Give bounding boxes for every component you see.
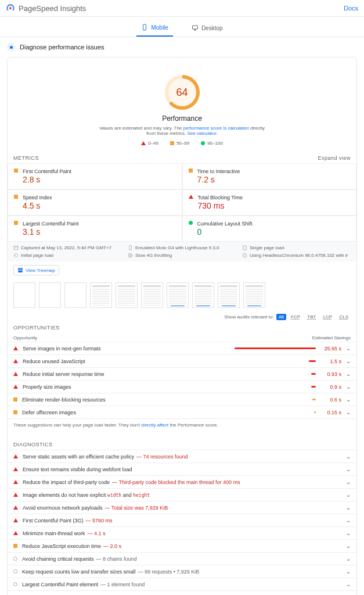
- mobile-icon: [141, 24, 148, 31]
- diagnostic-detail: — 8 chains found: [96, 556, 136, 562]
- network-icon: [128, 253, 133, 258]
- tab-desktop-label: Desktop: [201, 25, 223, 31]
- opportunity-row[interactable]: Reduce initial server response time0.93 …: [8, 367, 356, 380]
- triangle-red-icon: [13, 467, 18, 471]
- chevron-down-icon: ⌄: [346, 453, 351, 460]
- diagnostic-row[interactable]: Largest Contentful Paint element — 1 ele…: [8, 578, 356, 590]
- diagnostic-row[interactable]: Keep request counts low and transfer siz…: [8, 565, 356, 578]
- metric-value: 3.1 s: [23, 227, 176, 236]
- square-orange-icon: [14, 195, 18, 199]
- tab-mobile[interactable]: Mobile: [136, 21, 172, 37]
- chrome-icon: [242, 253, 247, 258]
- calendar-icon: [13, 245, 19, 250]
- filter-all[interactable]: All: [276, 314, 286, 320]
- opp-col-savings: Estimated Savings: [312, 335, 351, 340]
- diagnostic-name: Keep request counts low and transfer siz…: [22, 569, 341, 575]
- metric-value: 0: [197, 227, 351, 236]
- metric-item: Cumulative Layout Shift0: [182, 216, 357, 242]
- diagnostic-detail: — 99 requests • 7,929 KiB: [138, 569, 200, 575]
- chevron-down-icon: ⌄: [346, 492, 351, 498]
- chevron-down-icon: ⌄: [346, 345, 351, 352]
- device-icon: [128, 245, 133, 250]
- see-calc-link[interactable]: See calculator.: [187, 131, 217, 136]
- opportunity-row[interactable]: Defer offscreen images0.15 s⌄: [8, 406, 356, 419]
- diagnostic-detail: — 2.0 s: [103, 543, 121, 549]
- diagnostic-name: Avoid chaining critical requests — 8 cha…: [22, 556, 341, 562]
- diagnostic-name: Serve static assets with an efficient ca…: [23, 454, 341, 460]
- desktop-icon: [192, 24, 199, 31]
- brand-text: PageSpeed Insights: [19, 4, 86, 13]
- audit-filter: Show audits relevant to: All FCP TBT LCP…: [8, 311, 356, 322]
- diagnostic-row[interactable]: Serve static assets with an efficient ca…: [8, 450, 356, 463]
- diagnostic-row[interactable]: First Contentful Paint (3G) — 5760 ms⌄: [8, 514, 356, 526]
- directly-affect-link[interactable]: directly affect: [141, 422, 168, 428]
- diagnostic-name: Reduce the impact of third-party code — …: [23, 479, 341, 485]
- opportunity-row[interactable]: Reduce unused JavaScript1.5 s⌄: [8, 354, 356, 367]
- filter-cls[interactable]: CLS: [337, 314, 351, 320]
- filmstrip-frame: [116, 282, 138, 308]
- diagnostic-row[interactable]: Avoid chaining critical requests — 8 cha…: [8, 552, 356, 565]
- chevron-down-icon: ⌄: [346, 371, 351, 377]
- chevron-down-icon: ⌄: [346, 568, 351, 575]
- savings-value: 0.9 s: [320, 384, 341, 390]
- svg-rect-10: [18, 268, 20, 270]
- savings-value: 25.65 s: [320, 346, 341, 352]
- square-orange-icon: [14, 169, 18, 173]
- score-value: 64: [176, 87, 188, 99]
- diagnostic-row[interactable]: Reduce the impact of third-party code — …: [8, 475, 356, 488]
- filmstrip-frame: [13, 282, 35, 308]
- diagnostic-row[interactable]: Image elements do not have explicit widt…: [8, 488, 356, 501]
- app-header: PageSpeed Insights Docs: [0, 0, 364, 17]
- chevron-down-icon: ⌄: [346, 383, 351, 390]
- filter-fcp[interactable]: FCP: [289, 314, 302, 320]
- savings-bar: [235, 347, 316, 349]
- savings-bar: [309, 360, 316, 362]
- score-gauge: 64: [165, 75, 200, 110]
- expand-view-link[interactable]: Expand view: [318, 155, 351, 161]
- docs-link[interactable]: Docs: [344, 5, 358, 12]
- chevron-down-icon: ⌄: [346, 581, 351, 587]
- diagnostic-detail: — Third-party code blocked the main thre…: [112, 479, 240, 485]
- metric-value: 4.5 s: [23, 201, 176, 210]
- diagnostic-row[interactable]: Reduce JavaScript execution time — 2.0 s…: [8, 539, 356, 552]
- chevron-down-icon: ⌄: [346, 358, 351, 364]
- opportunity-row[interactable]: Eliminate render-blocking resources0.6 s…: [8, 393, 356, 406]
- metric-name: Total Blocking Time: [198, 195, 351, 200]
- diagnostic-row[interactable]: Minimize main-thread work — 4.1 s⌄: [8, 526, 356, 539]
- diagnose-header: Diagnose performance issues: [7, 37, 357, 57]
- chevron-down-icon: ⌄: [346, 517, 351, 524]
- opportunity-row[interactable]: Properly size images0.9 s⌄: [8, 380, 356, 393]
- tab-desktop[interactable]: Desktop: [187, 21, 228, 37]
- opportunity-row[interactable]: Serve images in next-gen formats25.65 s⌄: [8, 342, 356, 354]
- metric-value: 7.2 s: [197, 175, 351, 184]
- svg-rect-4: [14, 246, 18, 250]
- diagnostic-row[interactable]: Avoid large layout shifts — 1 element fo…: [8, 590, 356, 595]
- chevron-down-icon: ⌄: [346, 504, 351, 511]
- triangle-red-icon: [13, 346, 18, 350]
- calc-link[interactable]: performance score is calculated: [183, 126, 249, 131]
- filmstrip-frame: [90, 282, 112, 308]
- diagnostics-list: Serve static assets with an efficient ca…: [8, 450, 356, 595]
- chevron-down-icon: ⌄: [346, 479, 351, 485]
- filter-tbt[interactable]: TBT: [305, 314, 318, 320]
- savings-bar: [312, 399, 316, 400]
- filmstrip-frame: [64, 282, 87, 308]
- page-icon: [242, 245, 247, 250]
- square-orange-icon: [189, 169, 193, 173]
- square-orange-icon: [13, 397, 17, 402]
- diagnostic-row[interactable]: Ensure text remains visible during webfo…: [8, 463, 356, 475]
- savings-bar: [311, 386, 316, 388]
- capture-info: Captured at May 13, 2022, 5:40 PM GMT+7 …: [8, 242, 356, 261]
- reload-icon: [13, 253, 19, 258]
- svg-rect-12: [18, 270, 23, 272]
- savings-bar: [314, 411, 316, 413]
- diagnostic-name: Largest Contentful Paint element — 1 ele…: [22, 582, 341, 587]
- filter-lcp[interactable]: LCP: [321, 314, 335, 320]
- savings-value: 0.6 s: [320, 397, 341, 403]
- diagnostic-row[interactable]: Avoid enormous network payloads — Total …: [8, 501, 356, 514]
- savings-bar: [311, 373, 316, 375]
- filmstrip-frame: [192, 282, 214, 308]
- view-treemap-button[interactable]: View Treemap: [13, 265, 59, 275]
- triangle-red-icon: [13, 518, 18, 522]
- tab-mobile-label: Mobile: [151, 24, 168, 31]
